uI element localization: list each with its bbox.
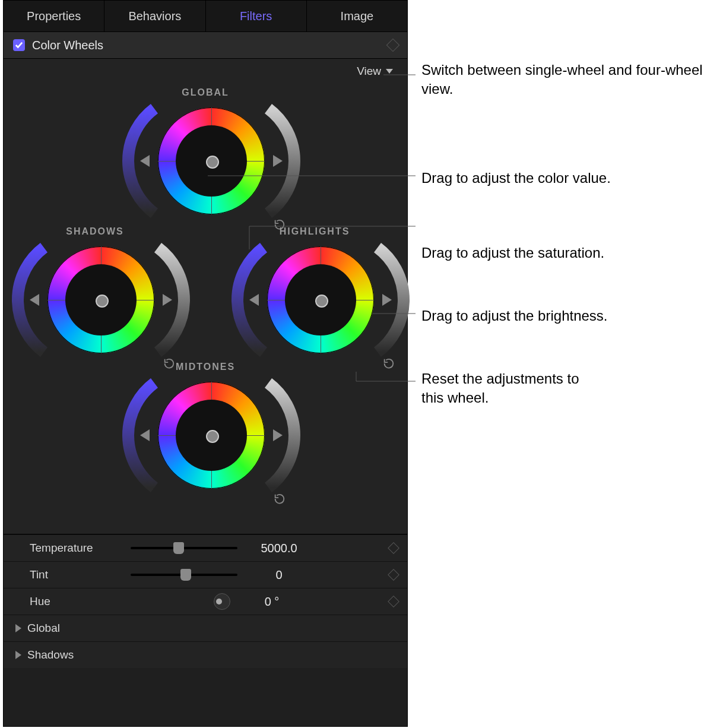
shadows-color-wheel[interactable] [47,246,154,353]
shadows-saturation-handle[interactable] [30,294,39,306]
tint-keyframe-icon[interactable] [388,569,399,581]
midtones-color-puck[interactable] [206,430,219,443]
highlights-saturation-arc[interactable] [240,248,271,352]
highlights-color-puck[interactable] [315,295,328,308]
global-brightness-arc[interactable] [261,109,292,213]
hue-value[interactable]: 0 ° [230,595,313,609]
color-wheels-area: GLOBAL [4,84,407,534]
tint-slider-thumb[interactable] [180,569,191,581]
temperature-row: Temperature 5000.0 [4,534,407,561]
shadows-wheel-label: SHADOWS [24,226,166,237]
inspector-tabs: Properties Behaviors Filters Image [4,1,407,32]
global-saturation-arc[interactable] [131,109,161,213]
global-color-puck[interactable] [206,156,219,169]
callout-saturation: Drag to adjust the saturation. [421,243,604,262]
highlights-wheel-label: HIGHLIGHTS [243,226,386,237]
hue-keyframe-icon[interactable] [388,596,399,607]
midtones-wheel-group: MIDTONES [134,362,277,495]
hue-row: Hue 0 ° [4,588,407,615]
chevron-down-icon [386,69,393,74]
inspector-panel: Properties Behaviors Filters Image Color… [3,0,408,727]
tab-behaviors[interactable]: Behaviors [104,1,205,31]
midtones-saturation-handle[interactable] [140,429,150,441]
temperature-label: Temperature [30,542,131,555]
midtones-color-wheel[interactable] [158,382,265,489]
tint-slider[interactable] [131,568,237,582]
filter-nav-diamond-icon[interactable] [386,39,400,52]
temperature-slider[interactable] [131,541,237,555]
parameter-list: Temperature 5000.0 Tint 0 Hue 0 ° [4,534,407,668]
tint-label: Tint [30,568,131,581]
global-wheel-group: GLOBAL [134,87,277,220]
tint-row: Tint 0 [4,561,407,588]
highlights-wheel-group: HIGHLIGHTS [243,226,386,359]
highlights-brightness-handle[interactable] [382,294,392,306]
filter-section-title: Color Wheels [32,39,103,52]
shadows-brightness-handle[interactable] [163,294,172,306]
tab-properties[interactable]: Properties [4,1,104,31]
temperature-keyframe-icon[interactable] [388,542,399,554]
hue-label: Hue [30,595,131,608]
disclosure-triangle-icon [15,651,21,659]
midtones-brightness-handle[interactable] [273,429,283,441]
highlights-reset-button[interactable] [382,357,395,370]
shadows-saturation-arc[interactable] [20,248,51,352]
shadows-color-puck[interactable] [96,295,109,308]
tint-value[interactable]: 0 [237,568,321,582]
global-disclosure-row[interactable]: Global [4,615,407,641]
view-popup-button[interactable]: View [357,65,393,78]
highlights-saturation-handle[interactable] [249,294,259,306]
midtones-saturation-arc[interactable] [131,383,161,488]
shadows-disclosure-label: Shadows [27,648,74,661]
tab-filters[interactable]: Filters [206,1,307,31]
view-row: View [4,59,407,84]
midtones-brightness-arc[interactable] [261,383,292,488]
midtones-reset-button[interactable] [273,492,286,505]
callout-color-value: Drag to adjust the color value. [421,169,611,188]
global-saturation-handle[interactable] [140,155,150,167]
global-disclosure-label: Global [27,622,60,635]
tab-image[interactable]: Image [307,1,407,31]
shadows-wheel-group: SHADOWS [24,226,166,359]
callout-brightness: Drag to adjust the brightness. [421,306,608,325]
temperature-slider-thumb[interactable] [173,542,184,554]
filter-section-header: Color Wheels [4,32,407,59]
callout-view: Switch between single-wheel and four-whe… [421,61,704,99]
shadows-disclosure-row[interactable]: Shadows [4,641,407,668]
global-wheel-label: GLOBAL [134,87,277,98]
midtones-wheel-label: MIDTONES [134,362,277,372]
color-wheels-enable-checkbox[interactable] [13,39,25,51]
view-popup-label: View [357,65,381,78]
highlights-brightness-arc[interactable] [370,248,401,352]
temperature-value[interactable]: 5000.0 [237,542,321,555]
disclosure-triangle-icon [15,624,21,632]
global-color-wheel[interactable] [158,107,265,214]
hue-dial[interactable] [214,593,230,610]
global-brightness-handle[interactable] [273,155,283,167]
callout-reset: Reset the adjustments tothis wheel. [421,369,579,407]
highlights-color-wheel[interactable] [267,246,374,353]
shadows-brightness-arc[interactable] [151,248,182,352]
